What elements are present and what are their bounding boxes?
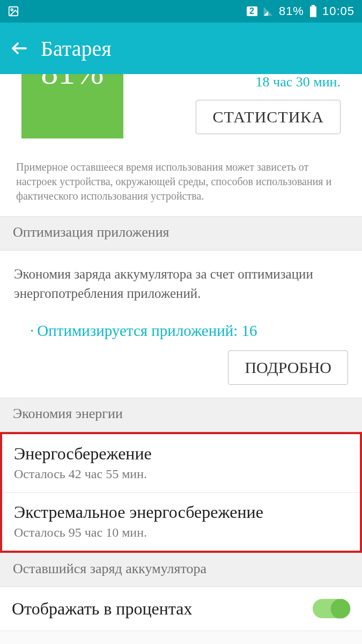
optimizing-apps-line: ·Оптимизируется приложений: 16 <box>14 304 348 345</box>
clock-text: 10:05 <box>322 4 354 18</box>
section-header-powersave: Экономия энергии <box>0 398 362 432</box>
powersave-highlight: Энергосбережение Осталось 42 час 55 мин.… <box>0 432 362 553</box>
svg-point-1 <box>11 9 13 11</box>
power-saving-sub: Осталось 42 час 55 мин. <box>14 467 348 481</box>
battery-percent-tile: 81% <box>21 74 123 138</box>
show-percentage-toggle[interactable] <box>313 599 350 618</box>
estimate-time: 18 час 30 мин. <box>256 74 341 90</box>
sim-badge: 2 <box>247 6 257 16</box>
signal-icon <box>263 6 274 17</box>
show-percentage-row[interactable]: Отображать в процентах <box>0 587 362 631</box>
page-title: Батарея <box>41 36 112 61</box>
svg-rect-2 <box>312 5 315 6</box>
section-header-optimization: Оптимизация приложения <box>0 216 362 251</box>
power-saving-item[interactable]: Энергосбережение Осталось 42 час 55 мин. <box>2 434 360 493</box>
back-icon[interactable] <box>10 39 29 58</box>
section-header-remaining: Оставшийся заряд аккумулятора <box>0 553 362 587</box>
show-percentage-label: Отображать в процентах <box>12 599 313 619</box>
appbar: Батарея <box>0 23 362 74</box>
optimization-block[interactable]: Экономия заряда аккумулятора за счет опт… <box>0 251 362 398</box>
svg-rect-3 <box>310 6 316 17</box>
battery-summary: 81% 18 час 30 мин. СТАТИСТИКА <box>0 74 362 149</box>
battery-icon <box>309 5 317 18</box>
picture-icon <box>8 5 19 17</box>
ultra-power-saving-title: Экстремальное энергосбережение <box>14 502 348 522</box>
battery-pct-text: 81% <box>279 4 304 18</box>
usage-note: Примерное оставшееся время использования… <box>0 149 362 216</box>
optimization-description: Экономия заряда аккумулятора за счет опт… <box>14 265 348 304</box>
ultra-power-saving-item[interactable]: Экстремальное энергосбережение Осталось … <box>2 493 360 551</box>
statistics-button[interactable]: СТАТИСТИКА <box>196 100 341 134</box>
ultra-power-saving-sub: Осталось 95 час 10 мин. <box>14 525 348 540</box>
statusbar: 2 81% 10:05 <box>0 0 362 23</box>
details-button[interactable]: ПОДРОБНО <box>228 350 348 385</box>
power-saving-title: Энергосбережение <box>14 444 348 464</box>
